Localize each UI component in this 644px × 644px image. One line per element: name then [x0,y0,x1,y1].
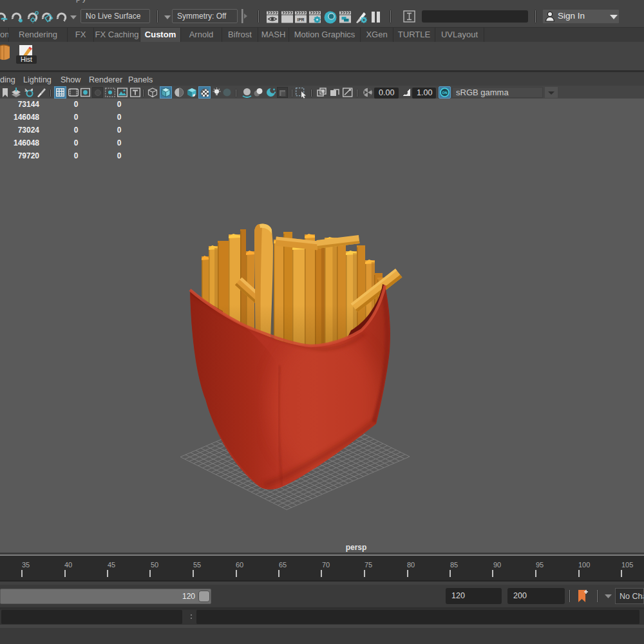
svg-text:IPR: IPR [298,17,305,22]
svg-text:ON: ON [442,91,447,95]
